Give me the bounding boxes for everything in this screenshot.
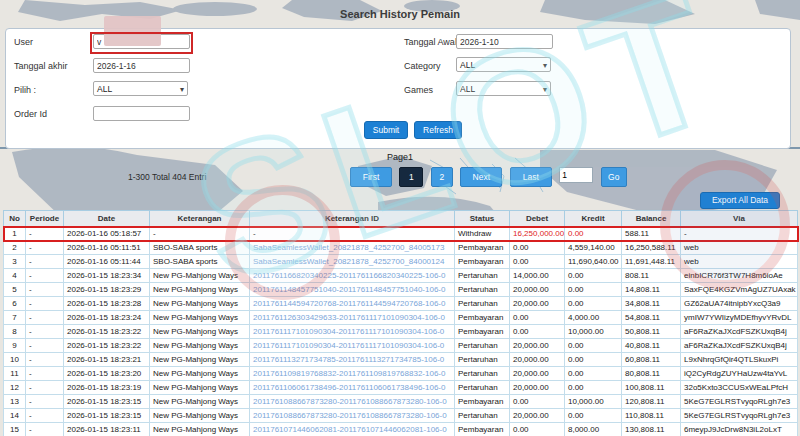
- tanggal-awal-label: Tanggal Awal: [404, 37, 457, 47]
- submit-button[interactable]: Submit: [364, 121, 408, 139]
- table-cell[interactable]: 2011761088667873280-2011761088667873280-…: [250, 409, 455, 423]
- next-page-button[interactable]: Next: [460, 167, 502, 187]
- table-cell: 5: [4, 283, 26, 297]
- export-all-data-button[interactable]: Export All Data: [700, 192, 780, 209]
- table-row[interactable]: 13-2026-01-15 18:23:15New PG-Mahjong Way…: [4, 395, 798, 409]
- refresh-button[interactable]: Refresh: [414, 121, 462, 139]
- table-cell: 0.00: [565, 409, 622, 423]
- user-label: User: [14, 37, 33, 47]
- table-cell: 11,690,640.00: [565, 255, 622, 269]
- games-select-value: ALL: [460, 84, 475, 94]
- table-cell: Pertaruhan: [455, 283, 510, 297]
- table-row[interactable]: 4-2026-01-15 18:23:34New PG-Mahjong Ways…: [4, 269, 798, 283]
- table-cell: 2026-01-15 18:23:11: [64, 423, 150, 436]
- table-row[interactable]: 15-2026-01-15 18:23:11New PG-Mahjong Way…: [4, 423, 798, 436]
- table-row[interactable]: 1-2026-01-16 05:18:57--Withdraw16,250,00…: [4, 227, 798, 241]
- tanggal-akhir-input[interactable]: [93, 58, 190, 73]
- pilih-select[interactable]: ALL ▾: [93, 81, 188, 96]
- table-cell[interactable]: 2011761109819768832-2011761109819768832-…: [250, 367, 455, 381]
- table-row[interactable]: 7-2026-01-15 18:23:24New PG-Mahjong Ways…: [4, 311, 798, 325]
- column-header: Via: [681, 211, 798, 227]
- table-cell: 2026-01-15 18:23:15: [64, 409, 150, 423]
- table-cell: Pertaruhan: [455, 409, 510, 423]
- table-cell: New PG-Mahjong Ways: [150, 283, 250, 297]
- table-cell: SBO-SABA sports: [150, 255, 250, 269]
- tanggal-awal-input[interactable]: [456, 34, 553, 49]
- table-cell: 13: [4, 395, 26, 409]
- table-cell: New PG-Mahjong Ways: [150, 367, 250, 381]
- table-row[interactable]: 9-2026-01-15 18:23:22New PG-Mahjong Ways…: [4, 339, 798, 353]
- table-cell: 8,000.00: [565, 423, 622, 436]
- table-row[interactable]: 10-2026-01-15 18:23:21New PG-Mahjong Way…: [4, 353, 798, 367]
- table-row[interactable]: 6-2026-01-15 18:23:28New PG-Mahjong Ways…: [4, 297, 798, 311]
- table-cell[interactable]: 2011761117101090304-2011761117101090304-…: [250, 325, 455, 339]
- table-cell: -: [26, 367, 64, 381]
- page-indicator: Page1: [0, 152, 800, 162]
- table-cell[interactable]: 2011761071446062081-2011761071446062081-…: [250, 423, 455, 436]
- table-cell: 2026-01-15 18:23:15: [64, 395, 150, 409]
- order-id-input[interactable]: [93, 106, 190, 121]
- table-row[interactable]: 12-2026-01-15 18:23:19New PG-Mahjong Way…: [4, 381, 798, 395]
- table-cell: Pertaruhan: [455, 297, 510, 311]
- table-cell: Pembayaran: [455, 241, 510, 255]
- goto-page-input[interactable]: [559, 167, 593, 183]
- table-cell[interactable]: 2011761106061738496-2011761106061738496-…: [250, 381, 455, 395]
- table-cell[interactable]: SabaSeamlessWallet_20821878_4252700_8400…: [250, 241, 455, 255]
- games-label: Games: [404, 85, 433, 95]
- table-cell: L9xNhrqGfQir4QTLSkuxPi: [681, 353, 798, 367]
- table-cell: 10,000.00: [565, 395, 622, 409]
- total-entries-text: 1-300 Total 404 Entri: [128, 172, 206, 182]
- table-cell: 50,808.11: [622, 325, 681, 339]
- table-cell[interactable]: 2011761166820340225-2011761166820340225-…: [250, 269, 455, 283]
- table-cell: 9: [4, 339, 26, 353]
- table-cell: 20,000.00: [510, 409, 565, 423]
- table-cell: 2026-01-15 18:23:21: [64, 353, 150, 367]
- table-cell: 110,808.11: [622, 409, 681, 423]
- column-header: Debet: [510, 211, 565, 227]
- table-cell[interactable]: 2011761113271734785-2011761113271734785-…: [250, 353, 455, 367]
- first-page-button[interactable]: First: [350, 167, 392, 187]
- table-row[interactable]: 5-2026-01-15 18:23:29New PG-Mahjong Ways…: [4, 283, 798, 297]
- table-row[interactable]: 8-2026-01-15 18:23:22New PG-Mahjong Ways…: [4, 325, 798, 339]
- table-cell: 2026-01-16 05:18:57: [64, 227, 150, 241]
- table-cell: -: [26, 353, 64, 367]
- table-cell[interactable]: 2011761117101090304-2011761117101090304-…: [250, 339, 455, 353]
- table-row[interactable]: 2-2026-01-16 05:11:51SBO-SABA sportsSaba…: [4, 241, 798, 255]
- table-cell: 12: [4, 381, 26, 395]
- page-2-button[interactable]: 2: [431, 167, 453, 187]
- table-cell: 4: [4, 269, 26, 283]
- table-cell: aF6RaZKaJXcdFSZKUxqB4j: [681, 339, 798, 353]
- search-history-page: Search History Pemain User Tanggal akhir…: [0, 0, 800, 436]
- table-cell: 100,808.11: [622, 381, 681, 395]
- table-cell: 60,808.11: [622, 353, 681, 367]
- table-cell[interactable]: 2011761148457751040-2011761148457751040-…: [250, 283, 455, 297]
- chevron-down-icon: ▾: [543, 82, 547, 97]
- table-row[interactable]: 3-2026-01-16 05:11:44SBO-SABA sportsSaba…: [4, 255, 798, 269]
- table-row[interactable]: 11-2026-01-15 18:23:20New PG-Mahjong Way…: [4, 367, 798, 381]
- table-cell[interactable]: 2011761088667873280-2011761088667873280-…: [250, 395, 455, 409]
- table-row[interactable]: 14-2026-01-15 18:23:15New PG-Mahjong Way…: [4, 409, 798, 423]
- table-cell: 0.00: [565, 381, 622, 395]
- column-header: No: [4, 211, 26, 227]
- table-cell[interactable]: SabaSeamlessWallet_20821878_4252700_8400…: [250, 255, 455, 269]
- category-select[interactable]: ALL ▾: [456, 57, 551, 72]
- table-cell: 0.00: [565, 269, 622, 283]
- table-cell: -: [250, 227, 455, 241]
- table-cell[interactable]: 2011761126303429633-2011761117101090304-…: [250, 311, 455, 325]
- last-page-button[interactable]: Last: [510, 167, 552, 187]
- table-cell: 15: [4, 423, 26, 436]
- table-cell: 2026-01-15 18:23:28: [64, 297, 150, 311]
- table-cell: New PG-Mahjong Ways: [150, 269, 250, 283]
- table-cell: New PG-Mahjong Ways: [150, 311, 250, 325]
- go-button[interactable]: Go: [601, 167, 627, 187]
- page-1-button[interactable]: 1: [399, 167, 423, 187]
- table-cell: 2026-01-15 18:23:22: [64, 325, 150, 339]
- table-cell: 2: [4, 241, 26, 255]
- table-cell: 2026-01-15 18:23:19: [64, 381, 150, 395]
- games-select[interactable]: ALL ▾: [456, 81, 551, 96]
- table-cell: Pertaruhan: [455, 339, 510, 353]
- table-cell: 0.00: [510, 255, 565, 269]
- table-cell: 40,808.11: [622, 339, 681, 353]
- search-form-panel: User Tanggal akhir Pilih : ALL ▾ Order I…: [5, 28, 791, 149]
- table-cell[interactable]: 2011761144594720768-2011761144594720768-…: [250, 297, 455, 311]
